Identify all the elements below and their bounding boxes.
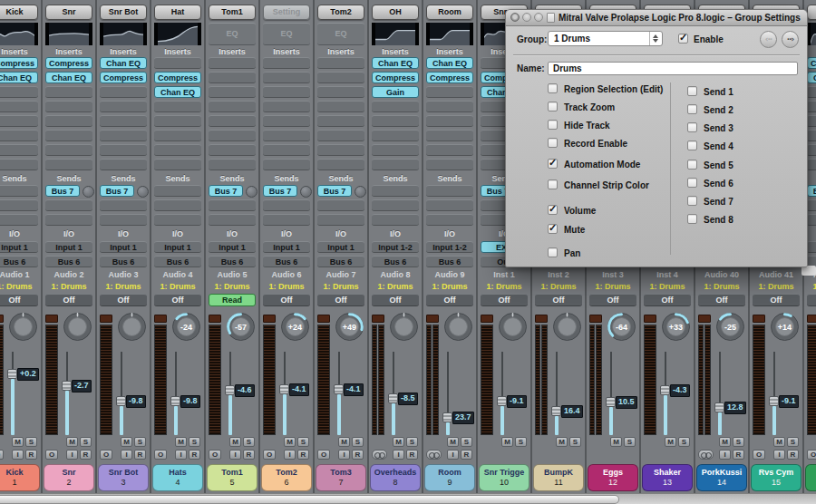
- send-slot[interactable]: [263, 199, 310, 211]
- group-assignment[interactable]: 1: Drums: [695, 281, 748, 292]
- record-button[interactable]: R: [406, 450, 418, 460]
- input-slot[interactable]: Input 1: [45, 241, 92, 253]
- insert-slot[interactable]: Chan EQ: [154, 86, 201, 98]
- insert-slot[interactable]: [154, 57, 201, 69]
- insert-slot[interactable]: [45, 101, 92, 112]
- mute-button[interactable]: M: [719, 437, 731, 447]
- solo-button[interactable]: S: [461, 437, 472, 447]
- track-name-plate[interactable]: Snr Trigge10: [479, 464, 529, 491]
- input-monitor-button[interactable]: I: [175, 450, 187, 460]
- insert-slot[interactable]: [426, 86, 473, 98]
- insert-slot[interactable]: [317, 159, 364, 170]
- group-assignment[interactable]: 1: Drums: [804, 281, 816, 292]
- stereo-format-icon[interactable]: [372, 450, 387, 460]
- insert-slot[interactable]: [0, 130, 38, 141]
- send-slot[interactable]: Bus 7: [100, 185, 134, 197]
- format-button[interactable]: O: [45, 450, 58, 460]
- send-slot[interactable]: [263, 214, 310, 226]
- insert-slot[interactable]: [807, 130, 816, 141]
- insert-slot[interactable]: [807, 86, 816, 98]
- record-button[interactable]: R: [787, 450, 799, 460]
- send-level-knob[interactable]: [137, 186, 149, 198]
- strip-setting-button[interactable]: Kick: [0, 5, 38, 20]
- automation-button[interactable]: Off: [45, 294, 92, 306]
- insert-slot[interactable]: [807, 101, 816, 112]
- volume-fader[interactable]: [116, 396, 126, 406]
- pan-knob[interactable]: [498, 312, 528, 342]
- volume-fader[interactable]: [62, 381, 72, 391]
- send-level-knob[interactable]: [300, 186, 312, 198]
- volume-fader[interactable]: [7, 369, 17, 379]
- strip-setting-button[interactable]: Room: [426, 5, 473, 20]
- insert-slot[interactable]: [426, 130, 473, 141]
- volume-fader[interactable]: [388, 393, 398, 403]
- format-button[interactable]: O: [263, 450, 276, 460]
- zoom-icon[interactable]: [534, 13, 543, 22]
- send-option-checkbox[interactable]: [687, 86, 697, 96]
- output-slot[interactable]: Bus 6: [317, 256, 364, 267]
- record-button[interactable]: R: [297, 450, 309, 460]
- insert-slot[interactable]: [209, 130, 256, 141]
- send-slot[interactable]: [807, 214, 816, 226]
- eq-placeholder[interactable]: EQ: [317, 23, 364, 45]
- insert-slot[interactable]: Compress: [372, 72, 419, 83]
- insert-slot[interactable]: [209, 115, 256, 127]
- insert-slot[interactable]: [0, 144, 38, 156]
- insert-slot[interactable]: [154, 144, 201, 156]
- mute-button[interactable]: M: [393, 437, 404, 447]
- name-input[interactable]: [548, 62, 798, 75]
- automation-button[interactable]: Read: [209, 294, 256, 306]
- pan-knob[interactable]: [117, 312, 147, 342]
- insert-slot[interactable]: [100, 130, 147, 141]
- automation-button[interactable]: Off: [100, 294, 147, 306]
- group-assignment[interactable]: 1: Drums: [43, 281, 95, 292]
- output-slot[interactable]: Bus 6: [426, 256, 473, 267]
- option-checkbox[interactable]: ✓: [548, 159, 558, 169]
- prev-group-button[interactable]: ‹··: [760, 31, 777, 48]
- strip-setting-button[interactable]: Setting: [263, 5, 310, 20]
- track-name-plate[interactable]: [805, 464, 816, 491]
- insert-slot[interactable]: [263, 72, 310, 83]
- insert-slot[interactable]: [0, 86, 38, 98]
- send-slot[interactable]: [372, 214, 419, 226]
- input-slot[interactable]: Input 1: [263, 241, 310, 253]
- pan-knob[interactable]: -24: [171, 312, 201, 342]
- pan-knob[interactable]: [443, 312, 473, 342]
- insert-slot[interactable]: [45, 86, 92, 98]
- option-checkbox[interactable]: [548, 247, 558, 257]
- input-monitor-button[interactable]: I: [284, 450, 296, 460]
- insert-slot[interactable]: [0, 101, 38, 112]
- pan-knob[interactable]: +24: [280, 312, 310, 342]
- send-slot[interactable]: Bus 7: [209, 185, 243, 197]
- insert-slot[interactable]: [209, 57, 256, 69]
- mute-button[interactable]: M: [556, 437, 568, 447]
- send-option-checkbox[interactable]: [687, 122, 697, 132]
- solo-button[interactable]: S: [406, 437, 418, 447]
- insert-slot[interactable]: Chan EQ: [100, 57, 147, 69]
- insert-slot[interactable]: [807, 159, 816, 170]
- insert-slot[interactable]: [154, 159, 201, 170]
- output-slot[interactable]: Bus 6: [100, 256, 147, 267]
- pan-knob[interactable]: +14: [770, 312, 800, 342]
- eq-thumbnail[interactable]: [100, 23, 147, 45]
- send-slot[interactable]: [100, 214, 147, 226]
- input-monitor-button[interactable]: I: [393, 450, 404, 460]
- mute-button[interactable]: M: [121, 437, 132, 447]
- insert-slot[interactable]: [372, 115, 419, 127]
- track-name-plate[interactable]: Shaker13: [642, 464, 693, 491]
- automation-button[interactable]: Off: [807, 294, 816, 306]
- record-button[interactable]: R: [461, 450, 472, 460]
- input-monitor-button[interactable]: I: [773, 450, 785, 460]
- track-name-plate[interactable]: PorkKussi14: [696, 464, 747, 491]
- insert-slot[interactable]: [263, 115, 310, 127]
- solo-button[interactable]: S: [569, 437, 581, 447]
- option-checkbox[interactable]: ✓: [548, 224, 558, 234]
- insert-slot[interactable]: [0, 115, 38, 127]
- group-select[interactable]: 1 Drums: [548, 31, 663, 46]
- strip-setting-button[interactable]: Snr Bot: [100, 5, 147, 20]
- input-monitor-button[interactable]: I: [719, 450, 731, 460]
- send-slot[interactable]: [807, 199, 816, 211]
- record-button[interactable]: R: [134, 450, 146, 460]
- insert-slot[interactable]: Compress: [100, 72, 147, 83]
- automation-button[interactable]: Off: [426, 294, 473, 306]
